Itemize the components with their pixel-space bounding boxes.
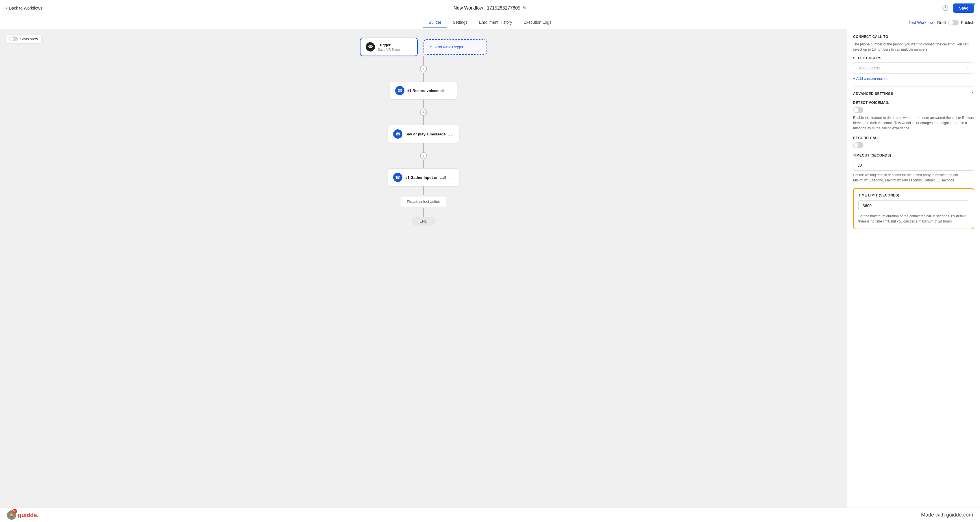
tabs-right: Test Workflow Draft Publish: [908, 20, 974, 26]
time-limit-desc: Set the maximum duration of the connecte…: [858, 214, 969, 224]
detect-voicemail-label: DETECT VOICEMAIL: [853, 101, 974, 105]
record-call-toggle[interactable]: [853, 142, 864, 148]
header: ‹ Back to Workflows New Workflow : 17152…: [0, 0, 980, 16]
right-panel: CONNECT CALL TO The phone number of the …: [847, 29, 980, 522]
chevron-up-icon: ⌃: [971, 91, 974, 96]
connector-2: [423, 73, 424, 81]
tab-settings[interactable]: Settings: [447, 17, 473, 28]
back-arrow-icon: ‹: [6, 5, 7, 11]
connector-plus-2[interactable]: +: [420, 109, 427, 116]
made-with-label: Made with guidde.com: [921, 512, 973, 518]
stats-view-label: Stats View: [20, 37, 38, 41]
trigger-icon: ☎: [366, 42, 375, 51]
timeout-label: TIMEOUT (SECONDS): [853, 153, 974, 157]
workflow-title: New Workflow : 1715283177605: [453, 5, 520, 11]
notification-icon: 🔔: [10, 513, 14, 517]
save-button[interactable]: Save: [953, 3, 974, 13]
record-call-label: RECORD CALL: [853, 136, 974, 140]
connector-8: [423, 208, 424, 217]
main-layout: Stats View ☎ Trigger Start IVR Trigger +…: [0, 29, 980, 522]
edit-icon[interactable]: ✎: [523, 5, 527, 11]
guidde-logo: 🔔 53 guidde.: [7, 511, 39, 520]
connector-1: [423, 56, 424, 65]
notification-badge: 🔔 53: [7, 511, 16, 520]
stats-toggle-switch[interactable]: [9, 37, 18, 42]
stats-view-toggle[interactable]: Stats View: [6, 35, 41, 43]
notification-count: 53: [12, 509, 18, 513]
stats-toggle-knob: [10, 37, 14, 41]
record-voicemail-title: #1 Record voicemail: [407, 89, 444, 93]
footer: 🔔 53 guidde. Made with guidde.com: [0, 508, 980, 522]
detect-voicemail-desc: Enable this feature to determine whether…: [853, 115, 974, 131]
add-custom-number-link[interactable]: + Add custom number: [853, 77, 974, 81]
detect-voicemail-knob: [854, 108, 858, 112]
connect-call-to-title: CONNECT CALL TO: [853, 35, 974, 39]
gather-input-node[interactable]: ☎ #1 Gather Input on call …: [388, 168, 459, 186]
draft-toggle[interactable]: [948, 20, 959, 26]
timeout-input[interactable]: [853, 160, 974, 171]
tab-execution[interactable]: Execution Logs: [518, 17, 557, 28]
back-label: Back to Workflows: [9, 6, 42, 10]
please-select-action[interactable]: Please select action: [401, 196, 446, 207]
connector-6: [423, 160, 424, 168]
select-users-dropdown[interactable]: Select Users ⌄: [853, 62, 974, 73]
gather-input-icon: ☎: [393, 173, 402, 182]
record-voicemail-text: #1 Record voicemail: [407, 89, 444, 93]
trigger-row: ☎ Trigger Start IVR Trigger + Add New Tr…: [360, 38, 487, 56]
add-trigger-label: Add New Trigger: [435, 45, 463, 49]
tab-builder[interactable]: Builder: [423, 17, 447, 28]
record-voicemail-menu[interactable]: …: [447, 88, 452, 94]
timeout-desc: Set the waiting time in seconds for the …: [853, 172, 974, 183]
say-play-message-node[interactable]: ☎ Say or play a message …: [388, 125, 459, 143]
timeout-block: TIMEOUT (SECONDS) Set the waiting time i…: [853, 153, 974, 183]
select-users-placeholder: Select Users: [858, 66, 880, 70]
draft-toggle-group: Draft Publish: [937, 20, 974, 26]
draft-label: Draft: [937, 20, 946, 25]
record-call-block: RECORD CALL: [853, 136, 974, 148]
plus-icon: +: [429, 44, 433, 50]
workflow-nodes: ☎ Trigger Start IVR Trigger + Add New Tr…: [0, 29, 847, 226]
toggle-knob: [949, 20, 953, 25]
detect-voicemail-block: DETECT VOICEMAIL Enable this feature to …: [853, 101, 974, 131]
say-play-menu[interactable]: …: [449, 131, 454, 137]
say-play-icon: ☎: [393, 129, 402, 139]
gather-input-text: #1 Gather Input on call: [405, 176, 446, 180]
time-limit-label: TIME LIMIT (SECONDS): [858, 193, 969, 197]
record-call-knob: [854, 143, 858, 148]
advanced-settings-header[interactable]: ADVANCED SETTINGS ⌃: [853, 86, 974, 96]
connector-plus-3[interactable]: +: [420, 152, 427, 159]
connect-call-to-desc: The phone number of the person you want …: [853, 42, 974, 52]
trigger-title: Trigger: [378, 43, 412, 47]
connector-7: [423, 186, 424, 195]
tabs-group: Builder Settings Enrollment History Exec…: [6, 17, 974, 28]
detect-voicemail-toggle[interactable]: [853, 107, 864, 113]
add-trigger-node[interactable]: + Add New Trigger: [423, 39, 487, 55]
connector-5: [423, 143, 424, 152]
trigger-text: Trigger Start IVR Trigger: [378, 43, 412, 51]
workflow-title-group: New Workflow : 1715283177605 ✎: [453, 5, 527, 11]
trigger-subtitle: Start IVR Trigger: [378, 48, 412, 51]
record-voicemail-node[interactable]: ☎ #1 Record voicemail …: [390, 81, 457, 99]
gather-input-menu[interactable]: …: [449, 174, 454, 180]
gather-input-title: #1 Gather Input on call: [405, 176, 446, 180]
history-icon[interactable]: 🕐: [942, 5, 948, 11]
trigger-node[interactable]: ☎ Trigger Start IVR Trigger: [360, 38, 418, 56]
end-node: END: [411, 217, 435, 226]
chevron-down-icon: ⌄: [966, 66, 970, 70]
record-voicemail-icon: ☎: [395, 86, 404, 95]
back-to-workflows-link[interactable]: ‹ Back to Workflows: [6, 5, 42, 11]
say-play-text: Say or play a message: [405, 132, 445, 136]
say-play-title: Say or play a message: [405, 132, 445, 136]
time-limit-input[interactable]: [858, 200, 969, 211]
workflow-canvas[interactable]: Stats View ☎ Trigger Start IVR Trigger +…: [0, 29, 847, 522]
connector-4: [423, 117, 424, 125]
time-limit-section: TIME LIMIT (SECONDS) Set the maximum dur…: [853, 188, 974, 229]
select-users-label: SELECT USERS: [853, 56, 974, 60]
test-workflow-button[interactable]: Test Workflow: [908, 20, 934, 25]
publish-label: Publish: [961, 20, 974, 25]
tab-enrollment[interactable]: Enrollment History: [473, 17, 518, 28]
tabs-bar: Builder Settings Enrollment History Exec…: [0, 16, 980, 29]
connector-3: [423, 99, 424, 108]
guidde-text: guidde.: [18, 511, 39, 519]
connector-plus-1[interactable]: +: [420, 65, 427, 72]
